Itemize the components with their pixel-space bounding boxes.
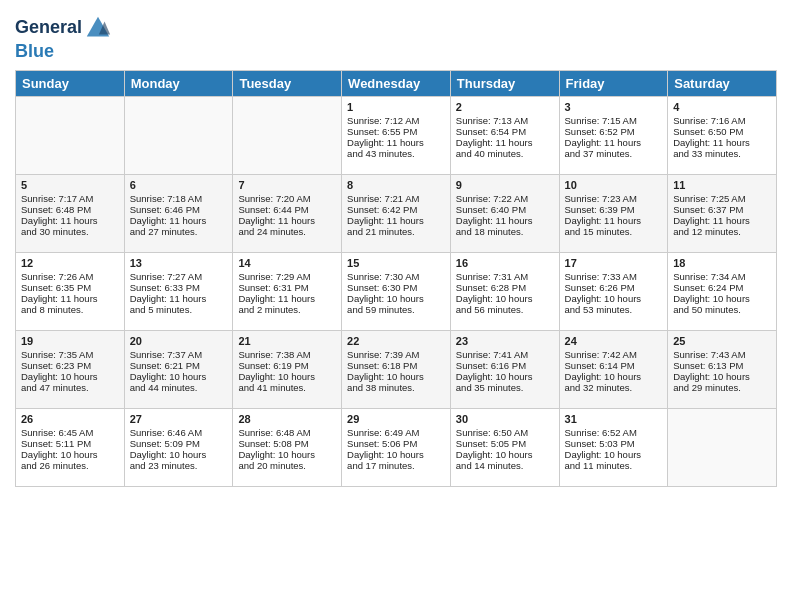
day-info: and 11 minutes. — [565, 460, 663, 471]
day-info: Sunrise: 7:20 AM — [238, 193, 336, 204]
day-info: Sunset: 6:16 PM — [456, 360, 554, 371]
day-info: Sunset: 6:31 PM — [238, 282, 336, 293]
day-info: Sunset: 6:19 PM — [238, 360, 336, 371]
day-info: Sunset: 6:39 PM — [565, 204, 663, 215]
day-number: 16 — [456, 257, 554, 269]
day-cell: 5Sunrise: 7:17 AMSunset: 6:48 PMDaylight… — [16, 174, 125, 252]
day-info: Sunset: 6:42 PM — [347, 204, 445, 215]
day-info: Sunrise: 7:38 AM — [238, 349, 336, 360]
day-info: and 32 minutes. — [565, 382, 663, 393]
day-info: Daylight: 10 hours — [565, 293, 663, 304]
day-info: and 53 minutes. — [565, 304, 663, 315]
day-info: Sunset: 6:44 PM — [238, 204, 336, 215]
day-info: Sunset: 6:24 PM — [673, 282, 771, 293]
day-info: Daylight: 10 hours — [347, 293, 445, 304]
day-info: Sunset: 5:03 PM — [565, 438, 663, 449]
day-info: Sunrise: 7:17 AM — [21, 193, 119, 204]
day-info: Sunrise: 7:13 AM — [456, 115, 554, 126]
day-info: Daylight: 10 hours — [456, 449, 554, 460]
day-info: and 37 minutes. — [565, 148, 663, 159]
day-info: Sunset: 6:55 PM — [347, 126, 445, 137]
day-number: 29 — [347, 413, 445, 425]
day-info: and 21 minutes. — [347, 226, 445, 237]
logo-general: General — [15, 18, 82, 38]
day-info: and 33 minutes. — [673, 148, 771, 159]
day-number: 6 — [130, 179, 228, 191]
day-info: Sunrise: 6:52 AM — [565, 427, 663, 438]
day-info: Sunrise: 7:22 AM — [456, 193, 554, 204]
day-cell: 19Sunrise: 7:35 AMSunset: 6:23 PMDayligh… — [16, 330, 125, 408]
day-cell: 1Sunrise: 7:12 AMSunset: 6:55 PMDaylight… — [342, 96, 451, 174]
day-info: Sunrise: 7:26 AM — [21, 271, 119, 282]
day-number: 2 — [456, 101, 554, 113]
day-cell — [668, 408, 777, 486]
day-info: Daylight: 10 hours — [673, 371, 771, 382]
day-info: Sunset: 5:08 PM — [238, 438, 336, 449]
day-info: Sunset: 6:54 PM — [456, 126, 554, 137]
day-info: Daylight: 10 hours — [238, 449, 336, 460]
day-number: 12 — [21, 257, 119, 269]
day-info: Daylight: 11 hours — [347, 215, 445, 226]
day-cell: 14Sunrise: 7:29 AMSunset: 6:31 PMDayligh… — [233, 252, 342, 330]
day-number: 18 — [673, 257, 771, 269]
day-number: 7 — [238, 179, 336, 191]
day-info: Daylight: 10 hours — [347, 371, 445, 382]
day-info: Sunrise: 7:42 AM — [565, 349, 663, 360]
week-row-2: 5Sunrise: 7:17 AMSunset: 6:48 PMDaylight… — [16, 174, 777, 252]
day-info: and 17 minutes. — [347, 460, 445, 471]
day-info: Daylight: 10 hours — [130, 449, 228, 460]
day-number: 22 — [347, 335, 445, 347]
day-info: and 20 minutes. — [238, 460, 336, 471]
day-info: Daylight: 11 hours — [673, 215, 771, 226]
day-info: and 41 minutes. — [238, 382, 336, 393]
day-info: Sunrise: 7:12 AM — [347, 115, 445, 126]
day-info: Daylight: 10 hours — [456, 371, 554, 382]
day-number: 31 — [565, 413, 663, 425]
day-info: and 27 minutes. — [130, 226, 228, 237]
day-info: Sunrise: 7:25 AM — [673, 193, 771, 204]
day-info: and 40 minutes. — [456, 148, 554, 159]
day-number: 25 — [673, 335, 771, 347]
day-info: and 59 minutes. — [347, 304, 445, 315]
day-number: 26 — [21, 413, 119, 425]
day-info: Sunrise: 7:29 AM — [238, 271, 336, 282]
day-number: 15 — [347, 257, 445, 269]
day-cell: 26Sunrise: 6:45 AMSunset: 5:11 PMDayligh… — [16, 408, 125, 486]
day-info: Sunset: 6:30 PM — [347, 282, 445, 293]
day-number: 9 — [456, 179, 554, 191]
day-info: Daylight: 11 hours — [347, 137, 445, 148]
day-number: 14 — [238, 257, 336, 269]
day-cell: 13Sunrise: 7:27 AMSunset: 6:33 PMDayligh… — [124, 252, 233, 330]
day-info: Sunrise: 7:34 AM — [673, 271, 771, 282]
day-info: and 38 minutes. — [347, 382, 445, 393]
day-info: Daylight: 11 hours — [130, 293, 228, 304]
day-info: Daylight: 11 hours — [238, 215, 336, 226]
day-cell: 27Sunrise: 6:46 AMSunset: 5:09 PMDayligh… — [124, 408, 233, 486]
col-header-sunday: Sunday — [16, 70, 125, 96]
day-cell: 30Sunrise: 6:50 AMSunset: 5:05 PMDayligh… — [450, 408, 559, 486]
day-info: Sunset: 6:14 PM — [565, 360, 663, 371]
day-info: and 47 minutes. — [21, 382, 119, 393]
day-info: Sunset: 6:35 PM — [21, 282, 119, 293]
week-row-1: 1Sunrise: 7:12 AMSunset: 6:55 PMDaylight… — [16, 96, 777, 174]
day-number: 11 — [673, 179, 771, 191]
day-cell: 23Sunrise: 7:41 AMSunset: 6:16 PMDayligh… — [450, 330, 559, 408]
day-info: and 29 minutes. — [673, 382, 771, 393]
logo-icon — [84, 14, 112, 42]
day-info: Daylight: 11 hours — [456, 215, 554, 226]
day-number: 28 — [238, 413, 336, 425]
logo: General Blue — [15, 14, 112, 62]
day-info: Sunrise: 7:15 AM — [565, 115, 663, 126]
calendar-container: General Blue SundayMondayTuesdayWednesda… — [0, 0, 792, 497]
day-cell: 29Sunrise: 6:49 AMSunset: 5:06 PMDayligh… — [342, 408, 451, 486]
day-cell: 6Sunrise: 7:18 AMSunset: 6:46 PMDaylight… — [124, 174, 233, 252]
calendar-table: SundayMondayTuesdayWednesdayThursdayFrid… — [15, 70, 777, 487]
day-info: Sunrise: 7:43 AM — [673, 349, 771, 360]
day-info: Daylight: 10 hours — [565, 449, 663, 460]
day-cell: 9Sunrise: 7:22 AMSunset: 6:40 PMDaylight… — [450, 174, 559, 252]
day-info: Sunrise: 7:16 AM — [673, 115, 771, 126]
day-number: 27 — [130, 413, 228, 425]
day-info: and 50 minutes. — [673, 304, 771, 315]
day-info: and 14 minutes. — [456, 460, 554, 471]
day-cell: 11Sunrise: 7:25 AMSunset: 6:37 PMDayligh… — [668, 174, 777, 252]
